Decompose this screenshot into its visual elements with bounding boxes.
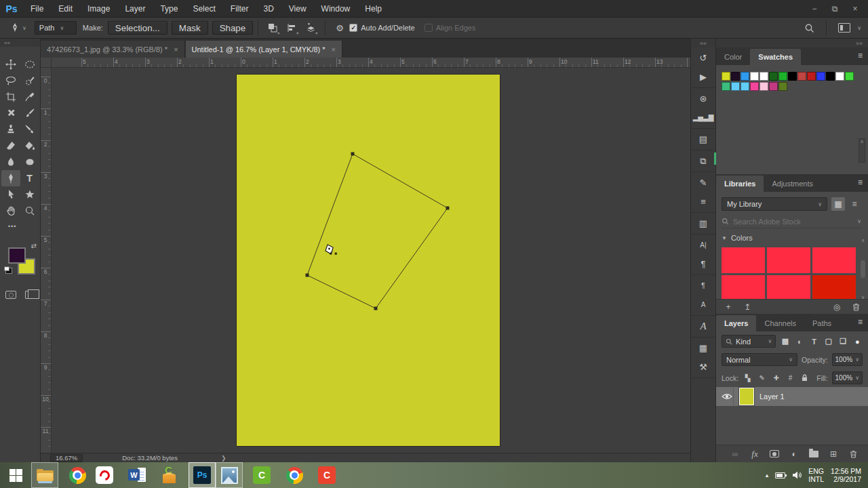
opacity-field[interactable]: 100% ∨ — [832, 353, 863, 366]
delete-icon[interactable] — [850, 302, 861, 312]
library-select[interactable]: My Library ∨ — [722, 197, 827, 211]
filter-adjustment-icon[interactable]: ◐ — [795, 336, 805, 347]
clone-stamp-tool[interactable] — [1, 121, 20, 138]
path-alignment-icon[interactable]: ▾ — [285, 21, 298, 35]
blur-tool[interactable] — [1, 154, 20, 170]
taskbar-photos[interactable] — [216, 462, 243, 488]
tab-layers[interactable]: Layers — [716, 315, 756, 331]
expand-dock-icon[interactable]: «« — [691, 39, 715, 47]
auto-add-delete-checkbox[interactable]: ✓ — [349, 24, 357, 32]
speaker-icon[interactable] — [792, 471, 802, 479]
tab-color[interactable]: Color — [716, 49, 750, 65]
brush-tool[interactable] — [20, 105, 39, 121]
notes-panel-icon[interactable]: ▦ — [695, 341, 711, 355]
delete-layer-icon[interactable] — [848, 449, 859, 460]
swatch[interactable] — [722, 82, 730, 91]
align-edges-checkbox[interactable] — [425, 24, 433, 32]
tab-swatches[interactable]: Swatches — [750, 49, 801, 65]
menu-item[interactable]: File — [23, 4, 51, 14]
history-brush-tool[interactable] — [20, 121, 39, 138]
taskbar-chrome-1[interactable] — [64, 462, 91, 488]
canvas-viewport[interactable]: * — [52, 68, 690, 453]
navigator-panel-icon[interactable]: ⊛ — [695, 92, 711, 106]
restore-button[interactable]: ⧉ — [825, 1, 845, 17]
tab-paths[interactable]: Paths — [804, 315, 840, 331]
default-colors-icon[interactable] — [5, 268, 12, 274]
colors-section-header[interactable]: ▼ Colors — [722, 234, 753, 242]
swatch[interactable] — [778, 82, 787, 91]
list-view-button[interactable]: ≡ — [848, 197, 861, 211]
marquee-tool[interactable] — [20, 56, 39, 73]
menu-item[interactable]: 3D — [256, 4, 281, 14]
library-color[interactable] — [812, 275, 856, 300]
tool-presets-panel-icon[interactable]: ≡ — [695, 195, 711, 209]
libraries-scrollbar[interactable]: ∧ ∨ — [859, 237, 867, 302]
taskbar-camtasia-recorder[interactable]: C — [156, 462, 183, 488]
battery-icon[interactable] — [775, 472, 785, 479]
new-group-icon[interactable] — [808, 449, 819, 460]
menu-item[interactable]: Edit — [51, 4, 80, 14]
character-panel-icon[interactable]: A| — [695, 238, 711, 252]
library-search[interactable]: ∨ — [722, 215, 861, 228]
scroll-thumb[interactable] — [861, 260, 865, 278]
close-tab-icon[interactable]: × — [332, 45, 336, 54]
upload-icon[interactable]: ↥ — [742, 302, 753, 312]
adjustment-layer-icon[interactable]: ◐ — [789, 449, 800, 460]
glyphs-panel-icon[interactable]: A — [695, 319, 711, 333]
library-color[interactable] — [722, 275, 765, 300]
grid-view-button[interactable]: ▦ — [831, 197, 845, 211]
menu-item[interactable]: Window — [314, 4, 358, 14]
swatch[interactable] — [741, 72, 749, 81]
filter-shape-icon[interactable]: ▢ — [823, 336, 833, 347]
path-arrangement-icon[interactable]: ▾ — [304, 21, 317, 35]
swatch[interactable] — [845, 72, 854, 81]
document-tab-2[interactable]: Untitled-1 @ 16.7% (Layer 1, CMYK/8) * × — [186, 41, 342, 58]
swatch[interactable] — [750, 72, 759, 81]
zoom-level-field[interactable]: 16.67% — [50, 454, 83, 462]
eyedropper-tool[interactable] — [20, 89, 39, 105]
screen-mode-button[interactable] — [20, 287, 39, 303]
search-icon[interactable] — [804, 23, 814, 33]
fill-field[interactable]: 100% ∨ — [832, 371, 863, 384]
menu-item[interactable]: Layer — [117, 4, 153, 14]
blend-mode-select[interactable]: Normal ∨ — [722, 353, 797, 366]
swatch[interactable] — [769, 82, 778, 91]
minimize-button[interactable]: − — [804, 1, 825, 17]
filter-smart-object-icon[interactable]: ❏ — [837, 336, 848, 347]
status-chevron-icon[interactable]: ❯ — [221, 455, 226, 462]
menu-item[interactable]: Filter — [223, 4, 256, 14]
swatch[interactable] — [807, 72, 816, 81]
tool-mode-select[interactable]: Path ∨ — [35, 21, 77, 35]
taskbar-antivirus[interactable] — [91, 462, 118, 488]
filter-type-icon[interactable]: T — [809, 336, 819, 347]
zoom-tool[interactable] — [20, 203, 39, 219]
panel-menu-icon[interactable]: ≡ — [858, 178, 863, 187]
close-button[interactable]: × — [845, 1, 865, 17]
library-color[interactable] — [767, 247, 810, 273]
filter-kind-select[interactable]: Kind ∨ — [722, 335, 776, 348]
path-operations-icon[interactable]: ▾ — [266, 21, 279, 35]
layer-name[interactable]: Layer 1 — [760, 392, 785, 401]
scroll-up-icon[interactable]: ∧ — [859, 138, 865, 163]
swatch[interactable] — [731, 82, 740, 91]
gear-icon[interactable]: ⚙ — [333, 21, 347, 35]
lock-all-icon[interactable] — [800, 373, 810, 383]
make-mask-button[interactable]: Mask — [172, 21, 208, 35]
library-color[interactable] — [767, 275, 810, 300]
taskbar-file-explorer[interactable] — [31, 462, 58, 488]
type-tool[interactable]: T — [20, 170, 39, 186]
device-preview-panel-icon[interactable]: ⧉ — [695, 154, 711, 168]
menu-item[interactable]: Image — [80, 4, 117, 14]
filter-pixel-icon[interactable]: ▦ — [780, 336, 790, 347]
clone-source-panel-icon[interactable]: ▥ — [695, 216, 711, 230]
scroll-up-icon[interactable]: ∧ — [861, 238, 865, 243]
swatch[interactable] — [760, 72, 768, 81]
swatch[interactable] — [769, 72, 778, 81]
new-layer-icon[interactable]: ⊞ — [828, 449, 839, 460]
start-button[interactable] — [0, 462, 31, 488]
add-layer-mask-icon[interactable] — [769, 449, 780, 460]
language-indicator[interactable]: ENG INTL — [808, 467, 824, 483]
clock[interactable]: 12:56 PM 2/9/2017 — [831, 467, 861, 483]
tab-adjustments[interactable]: Adjustments — [764, 176, 821, 192]
layer-styles-icon[interactable]: fx — [749, 449, 760, 460]
